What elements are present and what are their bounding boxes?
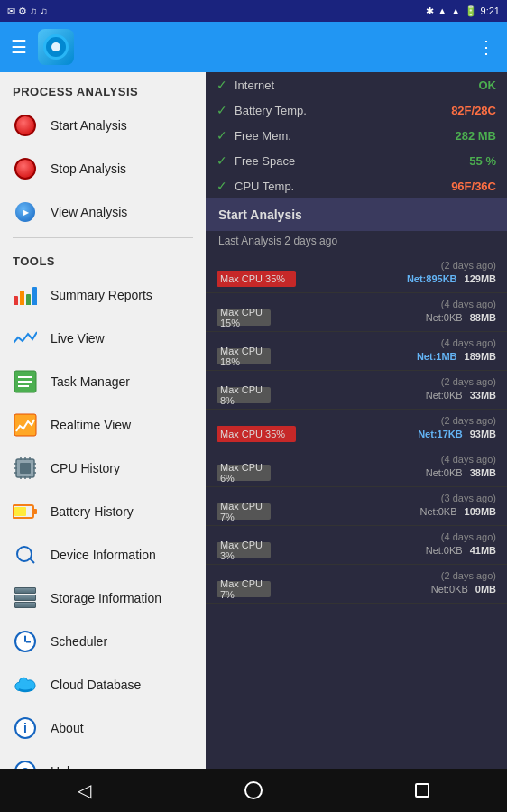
sidebar-item-stop-analysis[interactable]: Stop Analysis bbox=[0, 147, 206, 190]
report-net: Net:0KB bbox=[431, 584, 468, 595]
internet-value: OK bbox=[479, 78, 497, 92]
live-view-label: Live View bbox=[51, 331, 105, 346]
sidebar-item-task-manager[interactable]: Task Manager bbox=[0, 360, 206, 403]
cpu-bar-container: Max CPU 3% bbox=[217, 542, 419, 558]
report-bottom: Max CPU 6%Net:0KB38MB bbox=[217, 465, 496, 481]
app-logo bbox=[38, 29, 74, 65]
sidebar-item-realtime-view[interactable]: Realtime View bbox=[0, 403, 206, 447]
stop-analysis-label: Stop Analysis bbox=[51, 161, 126, 176]
notification-icons: ✉ ⚙ ♫ ♫ bbox=[7, 5, 48, 17]
sidebar-item-device-information[interactable]: Device Information bbox=[0, 533, 206, 577]
cpu-bar-label: Max CPU 8% bbox=[220, 384, 271, 406]
app-bar: ☰ ⋮ bbox=[0, 22, 507, 72]
help-icon: ? bbox=[13, 759, 38, 769]
cpu-bar-label: Max CPU 15% bbox=[220, 307, 271, 328]
report-bottom: Max CPU 7%Net:0KB109MB bbox=[217, 503, 496, 520]
sidebar-item-about[interactable]: i About bbox=[0, 706, 206, 750]
start-analysis-header: Start Analysis bbox=[206, 198, 507, 231]
nav-home-button[interactable] bbox=[231, 772, 276, 808]
cpu-bar-container: Max CPU 7% bbox=[217, 503, 413, 520]
start-analysis-label: Start Analysis bbox=[51, 118, 127, 133]
wifi-icon: ▲ bbox=[438, 5, 447, 16]
battery-icon: 🔋 bbox=[465, 5, 477, 17]
status-cpu-temp: ✓ CPU Temp. 96F/36C bbox=[206, 173, 507, 198]
report-mem: 33MB bbox=[470, 390, 496, 401]
sidebar-item-help[interactable]: ? Help bbox=[0, 750, 206, 769]
realtime-view-label: Realtime View bbox=[51, 418, 131, 432]
task-manager-label: Task Manager bbox=[51, 374, 130, 389]
cpu-temp-value: 96F/36C bbox=[451, 180, 496, 193]
cpu-bar-container: Max CPU 8% bbox=[217, 387, 419, 403]
help-label: Help bbox=[51, 764, 77, 769]
report-net: Net:0KB bbox=[426, 312, 463, 323]
device-information-icon bbox=[13, 542, 38, 567]
nav-back-button[interactable]: ◁ bbox=[62, 772, 107, 808]
report-mem: 41MB bbox=[470, 545, 496, 556]
realtime-view-svg bbox=[14, 413, 37, 437]
nav-recents-button[interactable] bbox=[400, 772, 445, 808]
about-label: About bbox=[51, 721, 84, 735]
sidebar-item-live-view[interactable]: Live View bbox=[0, 317, 206, 360]
report-row: (2 days ago)Max CPU 35%Net:17KB93MB bbox=[206, 410, 507, 448]
report-net: Net:0KB bbox=[426, 545, 463, 556]
sidebar-item-storage-information[interactable]: Storage Information bbox=[0, 577, 206, 620]
sidebar-item-cloud-database[interactable]: Cloud Database bbox=[0, 663, 206, 706]
svg-rect-20 bbox=[14, 507, 26, 516]
status-free-space: ✓ Free Space 55 % bbox=[206, 148, 507, 173]
cpu-bar: Max CPU 18% bbox=[217, 348, 271, 364]
sidebar-item-cpu-history[interactable]: CPU History bbox=[0, 447, 206, 490]
start-analysis-icon bbox=[13, 113, 38, 138]
cloud-database-icon bbox=[13, 672, 38, 697]
bluetooth-icon: ✱ bbox=[426, 5, 434, 17]
check-internet: ✓ bbox=[217, 78, 227, 92]
sidebar-item-battery-history[interactable]: Battery History bbox=[0, 490, 206, 533]
recents-icon bbox=[415, 783, 429, 798]
storage-information-label: Storage Information bbox=[51, 591, 161, 605]
sidebar-item-start-analysis[interactable]: Start Analysis bbox=[0, 104, 206, 147]
report-row: (4 days ago)Max CPU 15%Net:0KB88MB bbox=[206, 293, 507, 332]
report-bottom: Max CPU 15%Net:0KB88MB bbox=[217, 309, 496, 326]
more-options-button[interactable]: ⋮ bbox=[477, 36, 496, 58]
cpu-bar-container: Max CPU 35% bbox=[217, 426, 410, 442]
realtime-view-icon bbox=[13, 412, 38, 438]
report-row: (3 days ago)Max CPU 7%Net:0KB109MB bbox=[206, 487, 507, 526]
report-time: (2 days ago) bbox=[217, 260, 496, 271]
svg-rect-21 bbox=[33, 509, 37, 514]
tools-title: TOOLS bbox=[0, 242, 206, 273]
device-information-label: Device Information bbox=[51, 548, 156, 562]
cpu-bar-container: Max CPU 7% bbox=[217, 581, 424, 597]
report-net: Net:0KB bbox=[426, 467, 463, 478]
stop-analysis-icon bbox=[13, 156, 38, 181]
cpu-bar-label: Max CPU 3% bbox=[220, 540, 271, 561]
sidebar-item-view-analysis[interactable]: View Analysis bbox=[0, 190, 206, 234]
cpu-history-svg bbox=[14, 457, 37, 480]
report-bottom: Max CPU 35%Net:17KB93MB bbox=[217, 426, 496, 442]
summary-reports-icon bbox=[13, 282, 38, 308]
view-analysis-label: View Analysis bbox=[51, 205, 127, 219]
free-mem-value: 282 MB bbox=[455, 129, 496, 143]
report-bottom: Max CPU 8%Net:0KB33MB bbox=[217, 387, 496, 403]
cpu-bar-label: Max CPU 35% bbox=[220, 429, 285, 439]
internet-label: Internet bbox=[235, 78, 472, 92]
cpu-bar: Max CPU 7% bbox=[217, 581, 271, 597]
divider-tools bbox=[13, 237, 193, 238]
menu-button[interactable]: ☰ bbox=[11, 36, 27, 58]
cpu-bar: Max CPU 35% bbox=[217, 426, 296, 442]
cpu-bar-container: Max CPU 15% bbox=[217, 309, 419, 326]
sidebar-item-summary-reports[interactable]: Summary Reports bbox=[0, 273, 206, 317]
check-free-space: ✓ bbox=[217, 153, 227, 168]
about-icon: i bbox=[13, 715, 38, 741]
storage-information-icon bbox=[13, 586, 38, 611]
report-row: (2 days ago)Max CPU 35%Net:895KB129MB bbox=[206, 254, 507, 293]
cpu-temp-label: CPU Temp. bbox=[235, 180, 444, 193]
cpu-bar: Max CPU 3% bbox=[217, 542, 271, 558]
free-space-label: Free Space bbox=[235, 154, 462, 168]
report-mem: 129MB bbox=[465, 273, 496, 284]
cpu-bar-container: Max CPU 6% bbox=[217, 465, 419, 481]
report-rows: (2 days ago)Max CPU 35%Net:895KB129MB(4 … bbox=[206, 254, 507, 604]
sidebar-item-scheduler[interactable]: Scheduler bbox=[0, 620, 206, 663]
bottom-nav: ◁ bbox=[0, 769, 507, 812]
back-icon: ◁ bbox=[78, 780, 91, 801]
battery-history-label: Battery History bbox=[51, 504, 134, 519]
task-manager-icon bbox=[13, 369, 38, 394]
